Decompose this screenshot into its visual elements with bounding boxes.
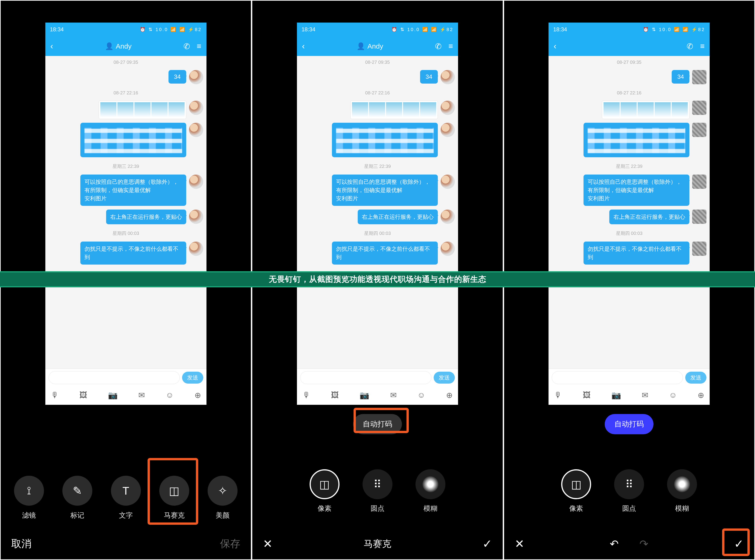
tool-mark[interactable]: ✎标记 [62, 476, 92, 520]
close-icon[interactable]: ✕ [515, 537, 524, 551]
phone-icon[interactable]: ✆ [183, 42, 190, 51]
mic-icon[interactable]: 🎙 [303, 391, 310, 400]
timestamp: 08-27 09:35 [297, 56, 458, 68]
pixel-icon: ◫ [310, 469, 340, 499]
headline-banner: 无畏钉钉，从截图预览功能透视现代职场沟通与合作的新生态 [0, 271, 755, 287]
auto-mosaic-pill-active[interactable]: 自动打码 [605, 414, 653, 434]
bottom-bar: ✕ ↶ ↷ ✓ [504, 528, 754, 559]
dots-icon: ⠿ [363, 469, 392, 499]
camera-icon[interactable]: 📷 [360, 391, 369, 400]
emoji-icon[interactable]: ☺ [166, 391, 174, 400]
tool-filter[interactable]: ⟟滤镜 [14, 476, 44, 520]
blur-icon [415, 469, 445, 499]
style-dots[interactable]: ⠿圆点 [614, 469, 644, 513]
message-bubble: 可以按照自己的意思调整（歌除外），有所限制，但确实是最优解 安利图片 [332, 175, 438, 206]
message-bubble: 可以按照自己的意思调整（歌除外），有所限制，但确实是最优解 安利图片 [584, 175, 689, 206]
status-icons: ⏰ ⇅ 10.0 📶 📶 ⚡82 [391, 27, 453, 32]
beauty-icon: ✧ [208, 476, 238, 506]
chat-input-bar: 发送 [45, 369, 206, 386]
status-bar: 18:34 ⏰ ⇅ 10.0 📶 📶 ⚡82 [549, 23, 710, 36]
undo-icon[interactable]: ↶ [610, 538, 619, 550]
avatar [441, 101, 455, 115]
phone-icon[interactable]: ✆ [687, 42, 693, 51]
message-bubble: 34 [672, 70, 689, 84]
image-message [602, 101, 689, 119]
text-icon: T [111, 476, 141, 506]
redacted-message [584, 123, 689, 157]
plus-icon[interactable]: ⊕ [446, 391, 452, 400]
style-dots[interactable]: ⠿圆点 [363, 469, 392, 513]
style-pixel[interactable]: ◫像素 [561, 469, 591, 513]
avatar [189, 209, 203, 224]
back-icon[interactable]: ‹ [50, 41, 53, 51]
emoji-icon[interactable]: ☺ [417, 391, 425, 400]
avatar [189, 101, 203, 115]
timestamp: 08-27 22:16 [45, 86, 206, 99]
camera-icon[interactable]: 📷 [611, 391, 621, 400]
timestamp: 星期四 00:03 [45, 226, 206, 240]
message-bubble: 勿扰只是不提示，不像之前什么都看不到 [332, 242, 438, 264]
message-bubble: 勿扰只是不提示，不像之前什么都看不到 [584, 242, 689, 264]
chat-input[interactable] [300, 371, 431, 384]
close-icon[interactable]: ✕ [263, 537, 272, 551]
avatar [441, 175, 455, 189]
chat-input[interactable] [552, 371, 683, 384]
style-blur[interactable]: 模糊 [667, 469, 697, 513]
status-bar: 18:34 ⏰ ⇅ 10.0 📶 📶 ⚡82 [45, 23, 206, 36]
plus-icon[interactable]: ⊕ [195, 391, 201, 400]
menu-icon[interactable]: ≡ [197, 42, 201, 51]
message-bubble: 可以按照自己的意思调整（歌除外），有所限制，但确实是最优解 安利图片 [80, 175, 186, 206]
message-bubble: 右上角正在运行服务，更贴心 [358, 209, 438, 224]
headline-text: 无畏钉钉，从截图预览功能透视现代职场沟通与合作的新生态 [269, 274, 486, 285]
menu-icon[interactable]: ≡ [700, 42, 705, 51]
redpacket-icon[interactable]: ✉ [138, 391, 145, 400]
send-button[interactable]: 发送 [434, 372, 455, 384]
dots-icon: ⠿ [614, 469, 644, 499]
image-icon[interactable]: 🖼 [583, 391, 591, 400]
chat-input[interactable] [48, 371, 180, 384]
message-bubble: 右上角正在运行服务，更贴心 [106, 209, 186, 224]
mic-icon[interactable]: 🎙 [51, 391, 59, 400]
chat-toolbar: 🎙🖼📷✉☺⊕ [549, 386, 710, 405]
back-icon[interactable]: ‹ [302, 41, 305, 51]
camera-icon[interactable]: 📷 [108, 391, 118, 400]
highlight-mosaic-tool [147, 458, 198, 525]
status-time: 18:34 [553, 26, 567, 33]
phone-screenshot-3: 18:34 ⏰ ⇅ 10.0 📶 📶 ⚡82 ‹ ✆≡ 08-27 09:35 … [549, 23, 710, 405]
mark-icon: ✎ [62, 476, 92, 506]
chat-title: 👤 Andy [105, 42, 131, 50]
mosaic-style-row: ◫像素 ⠿圆点 模糊 [252, 469, 503, 513]
confirm-icon[interactable]: ✓ [483, 537, 492, 551]
back-icon[interactable]: ‹ [554, 41, 556, 51]
redpacket-icon[interactable]: ✉ [642, 391, 648, 400]
redpacket-icon[interactable]: ✉ [390, 391, 396, 400]
status-time: 18:34 [302, 26, 315, 33]
image-icon[interactable]: 🖼 [331, 391, 339, 400]
save-button[interactable]: 保存 [220, 537, 240, 551]
timestamp: 08-27 09:35 [45, 56, 206, 68]
image-message [99, 101, 186, 119]
phone-icon[interactable]: ✆ [435, 42, 442, 51]
tool-text[interactable]: T文字 [111, 476, 141, 520]
chat-toolbar: 🎙 🖼 📷 ✉ ☺ ⊕ [45, 386, 206, 405]
phone-screenshot-1: 18:34 ⏰ ⇅ 10.0 📶 📶 ⚡82 ‹ 👤 Andy ✆ ≡ 08-2… [45, 23, 206, 405]
style-pixel[interactable]: ◫像素 [310, 469, 340, 513]
avatar [189, 123, 203, 137]
image-icon[interactable]: 🖼 [79, 391, 87, 400]
tool-beauty[interactable]: ✧美颜 [208, 476, 238, 520]
send-button[interactable]: 发送 [182, 372, 203, 384]
send-button[interactable]: 发送 [685, 372, 707, 384]
cancel-button[interactable]: 取消 [11, 537, 32, 551]
menu-icon[interactable]: ≡ [448, 42, 453, 51]
avatar-pixelated [692, 175, 707, 189]
timestamp: 星期三 22:39 [45, 160, 206, 173]
message-bubble: 右上角正在运行服务，更贴心 [609, 209, 689, 224]
image-message [350, 101, 438, 119]
emoji-icon[interactable]: ☺ [669, 391, 677, 400]
mic-icon[interactable]: 🎙 [554, 391, 562, 400]
plus-icon[interactable]: ⊕ [698, 391, 704, 400]
avatar [189, 175, 203, 189]
avatar-pixelated [692, 70, 707, 84]
status-bar: 18:34 ⏰ ⇅ 10.0 📶 📶 ⚡82 [297, 23, 458, 36]
style-blur[interactable]: 模糊 [415, 469, 445, 513]
